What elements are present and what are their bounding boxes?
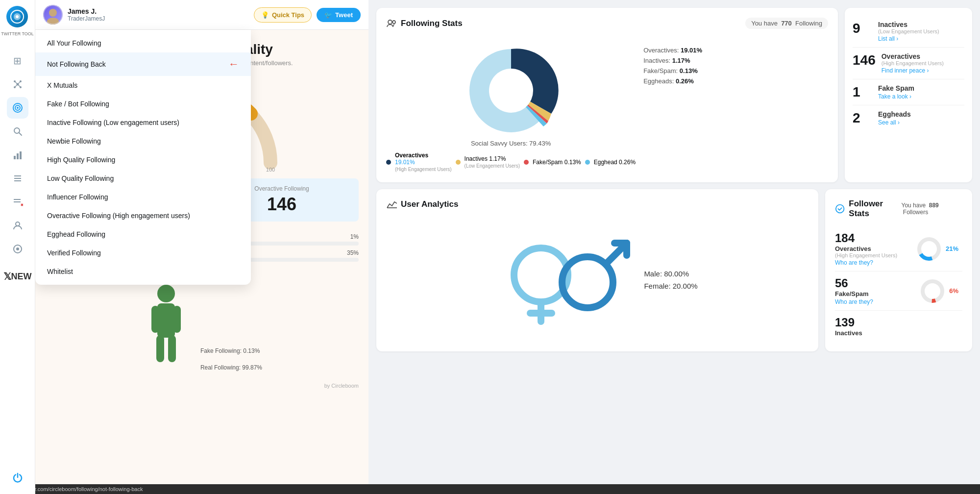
overactives-stat-row: 146 Overactives (High Engagement Users) … — [853, 48, 964, 79]
overactives-sub: (High Engagement Users) — [882, 60, 944, 66]
bottom-row: User Analytics — [376, 189, 972, 351]
main-area: James J. TraderJamesJ 💡 Quick Tips 🐦 Twe… — [35, 0, 980, 494]
social-savvy-label: Social Savvy Users: 79.43% — [471, 140, 551, 147]
nav-menu: All Your Following Not Following Back ← … — [35, 30, 251, 285]
fakespam-dot — [524, 160, 529, 165]
gender-icons: Male: 80.00% Female: 20.00% — [386, 218, 808, 342]
twitter-bird-icon: 🐦 — [324, 11, 332, 19]
svg-point-54 — [836, 205, 844, 213]
svg-point-46 — [489, 69, 533, 113]
sidebar-item-list[interactable] — [7, 168, 28, 189]
app-logo — [6, 6, 28, 27]
svg-point-29 — [16, 247, 19, 250]
following-stats-icon — [386, 18, 397, 29]
legend-row: Overactives 19.01% (High Engagement User… — [386, 152, 636, 173]
gender-stats: Male: 80.00% Female: 20.00% — [644, 270, 697, 290]
sidebar-item-unfollow[interactable] — [7, 191, 28, 213]
follower-fakespam-left: 56 Fake/Spam Who are they? — [835, 276, 873, 305]
bottom-status-bar: https://twitter.com/circleboom/following… — [35, 484, 980, 494]
nav-newbie-following[interactable]: Newbie Following — [35, 132, 251, 150]
nav-high-quality[interactable]: High Quality Following — [35, 150, 251, 169]
credit: by Circleboom — [35, 381, 368, 393]
svg-line-9 — [18, 81, 21, 84]
fakespam-link[interactable]: Take a look › — [878, 93, 911, 100]
user-name: James J. — [68, 7, 254, 15]
nav-inactive-following[interactable]: Inactive Following (Low engagement users… — [35, 113, 251, 132]
sidebar-item-network[interactable] — [7, 74, 28, 95]
svg-rect-17 — [14, 156, 16, 159]
follower-inactives-row: 139 Inactives — [835, 311, 962, 342]
following-count-badge: You have 770 Following — [745, 18, 828, 29]
nav-egghead[interactable]: Egghead Following — [35, 225, 251, 244]
quick-tips-button[interactable]: 💡 Quick Tips — [254, 7, 312, 23]
following-stats-row: Following Stats You have 770 Following — [376, 8, 972, 182]
svg-rect-40 — [173, 306, 181, 333]
right-panel: Following Stats You have 770 Following — [368, 0, 980, 494]
follower-stats-card: Follower Stats You have 889 Followers 18… — [825, 189, 972, 351]
overactives-info: Overactives (High Engagement Users) Find… — [882, 52, 944, 74]
pie-legend: Overactives: 19.01% Inactives: 1.17% Fak… — [643, 37, 828, 173]
svg-point-27 — [16, 222, 20, 226]
user-info: James J. TraderJamesJ — [68, 7, 254, 22]
arrow-icon: ← — [228, 58, 239, 71]
sidebar-item-search[interactable] — [7, 121, 28, 142]
nav-all-following[interactable]: All Your Following — [35, 34, 251, 52]
follower-stats-header: Follower Stats You have 889 Followers — [835, 199, 962, 219]
left-topbar: James J. TraderJamesJ 💡 Quick Tips 🐦 Twe… — [35, 0, 368, 30]
figure-area: Fake Following: 0.13% Real Following: 99… — [35, 272, 368, 381]
inactives-counter-label: Inactives 1.17% (Low Engagement Users) — [465, 155, 520, 169]
overactives-counter-label: Overactives 19.01% (High Engagement User… — [395, 152, 452, 173]
right-stats-col: 9 Inactives (Low Engagement Users) List … — [845, 8, 972, 182]
eggheads-link[interactable]: See all › — [878, 119, 900, 126]
overactives-link[interactable]: Find inner peace › — [882, 67, 929, 74]
nav-x-mutuals[interactable]: X Mutuals — [35, 76, 251, 95]
nav-not-following-back[interactable]: Not Following Back ← — [35, 52, 251, 76]
fakespam-donut — [920, 278, 945, 304]
nav-fake-bot[interactable]: Fake / Bot Following — [35, 95, 251, 113]
following-stats-header: Following Stats You have 770 Following — [386, 18, 828, 29]
nav-whitelist[interactable]: Whitelist — [35, 262, 251, 281]
nav-low-quality[interactable]: Low Quality Following — [35, 169, 251, 188]
sidebar: TWITTER TOOL ⊞ — [0, 0, 35, 494]
svg-text:100: 100 — [266, 167, 275, 173]
power-button[interactable] — [7, 467, 28, 488]
content-area: James J. TraderJamesJ 💡 Quick Tips 🐦 Twe… — [35, 0, 980, 494]
follower-stats-title: Follower Stats — [835, 199, 901, 219]
fakespam-stat-row: 1 Fake Spam Take a look › — [853, 79, 964, 105]
svg-rect-18 — [17, 153, 19, 159]
sidebar-item-monitor[interactable] — [7, 238, 28, 260]
inactives-link[interactable]: List all › — [878, 35, 898, 42]
overactives-donut — [916, 236, 942, 262]
overactives-counter: Overactives 19.01% (High Engagement User… — [386, 152, 452, 173]
follower-fakespam-right: 6% — [920, 278, 962, 304]
svg-line-11 — [18, 84, 21, 87]
nav-influencer[interactable]: Influencer Following — [35, 188, 251, 206]
sidebar-item-profile[interactable] — [7, 215, 28, 236]
overactives-pct: 21% — [942, 243, 962, 254]
egghead-counter: Egghead 0.26% — [585, 152, 636, 173]
sidebar-item-target[interactable] — [7, 97, 28, 119]
svg-rect-38 — [157, 303, 175, 338]
svg-point-43 — [388, 20, 392, 24]
eggheads-stat-row: 2 Eggheads See all › — [853, 105, 964, 131]
user-analytics-card: User Analytics — [376, 189, 818, 351]
tweet-button[interactable]: 🐦 Tweet — [317, 8, 361, 22]
svg-point-44 — [392, 21, 395, 24]
follower-inactives-left: 139 Inactives — [835, 316, 862, 337]
nav-verified[interactable]: Verified Following — [35, 244, 251, 262]
sidebar-item-dashboard[interactable]: ⊞ — [7, 50, 28, 72]
svg-rect-41 — [156, 335, 164, 362]
egghead-counter-label: Egghead 0.26% — [594, 159, 636, 166]
legend-eggheads: Eggheads: 0.26% — [643, 77, 828, 85]
nav-overactive[interactable]: Overactive Following (High engagement us… — [35, 206, 251, 225]
overactives-who-link[interactable]: Who are they? — [835, 259, 873, 266]
inactives-info: Inactives (Low Engagement Users) List al… — [878, 21, 939, 42]
svg-rect-19 — [20, 151, 22, 159]
fakespam-who-link[interactable]: Who are they? — [835, 298, 873, 305]
female-pct: Female: 20.00% — [644, 282, 697, 290]
svg-line-10 — [15, 84, 18, 87]
sidebar-logo: TWITTER TOOL — [1, 6, 34, 44]
sidebar-item-x[interactable]: 𝕏 NEW — [7, 266, 28, 287]
sidebar-item-analytics[interactable] — [7, 144, 28, 166]
pie-chart-container: Social Savvy Users: 79.43% Overactives 1… — [386, 37, 636, 173]
